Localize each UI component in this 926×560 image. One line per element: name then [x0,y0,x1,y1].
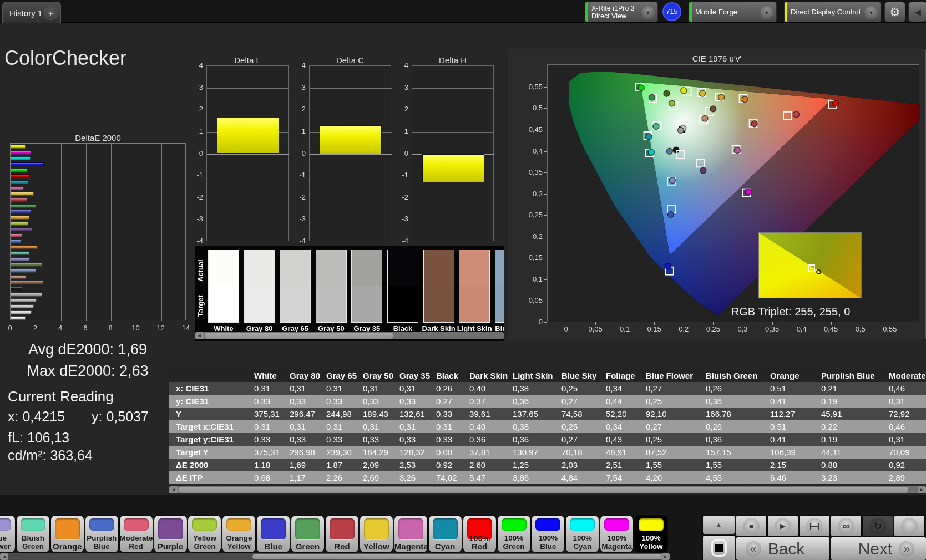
table-scrollbar-thumb[interactable] [179,487,908,493]
scroll-left-icon[interactable]: ◄ [195,332,204,339]
patch-item[interactable]: Red [326,516,358,552]
y-axis-tick-label: 1 [188,127,203,135]
table-cell: 0,31 [887,396,926,406]
patch-item[interactable]: 100%Yellow [635,516,667,552]
gridline [412,220,494,220]
table-cell: 0,68 [252,473,288,482]
table-cell: 37,81 [468,447,511,457]
swatch-actual-half [352,250,382,286]
patch-item[interactable]: Purple [154,516,187,552]
scroll-left-icon[interactable]: ◄ [169,486,178,493]
scroll-right-icon[interactable]: ► [661,553,670,560]
settings-button[interactable]: ⚙ [884,2,905,22]
swatch-scrollbar-thumb[interactable] [205,333,393,339]
meter-dropdown[interactable]: X-Rite i1Pro 3 Direct View ▼ [585,2,658,22]
next-button[interactable]: Next » [831,537,926,560]
patch-scrollbar[interactable]: ◄ ► [0,553,670,560]
y-axis-tick-label: 4 [290,61,306,69]
deltae-bar [11,304,34,308]
stop-button[interactable]: ■ [736,516,766,536]
infinity-icon: ∞ [842,520,850,532]
patch-item[interactable]: Magenta [394,516,427,552]
swatch-scrollbar[interactable]: ◄ [195,332,504,339]
table-scrollbar[interactable]: ◄ ► [169,486,926,493]
add-tab-button[interactable]: + [44,6,58,20]
patch-item[interactable]: BluishGreen [17,516,49,552]
color-swatch [280,250,311,323]
patch-label: 100%Blue [532,534,564,551]
chevron-down-icon[interactable]: ▼ [760,6,773,19]
table-cell: 0,43 [604,435,644,444]
gridline [310,110,392,110]
patch-label: 100%Yellow [635,534,667,551]
continuous-read-button[interactable]: ∞ [831,516,861,536]
patch-item[interactable]: Green [291,516,324,552]
cie-y-tick [544,322,547,323]
patch-item[interactable]: 100%Cyan [566,516,599,552]
loop-button-active[interactable]: ↻ [863,516,893,536]
delta-ch-plot-area [412,65,494,241]
display-control-dropdown[interactable]: Direct Display Control ▼ [784,2,881,22]
row-label: x: CIE31 [169,384,252,393]
gridline [310,198,392,198]
patch-item[interactable]: Orange [51,516,84,552]
patch-item[interactable]: YellowGreen [188,516,221,552]
patch-swatch [364,518,389,539]
patch-scrollbar-thumb[interactable] [252,554,662,559]
table-cell: 0,36 [468,435,511,444]
table-cell: Gray 80 [288,371,325,380]
patch-item[interactable]: 100%Magenta [600,516,633,552]
scroll-left-icon[interactable]: ◄ [0,553,8,560]
table-cell: 74,58 [560,409,604,419]
source-dropdown[interactable]: Mobile Forge ▼ [689,2,777,22]
measured-marker [667,211,674,217]
y-axis-tick-label: 3 [188,83,203,91]
measured-marker [700,167,706,174]
scroll-right-icon[interactable]: ► [918,486,926,493]
patch-item[interactable]: 100%Blue [532,516,564,552]
chevron-down-icon[interactable]: ▼ [864,6,878,19]
patch-item[interactable]: OrangeYellow [222,516,255,552]
patch-item[interactable]: BlueFlower [0,516,15,552]
record-button[interactable] [894,516,924,536]
patch-item[interactable]: Yellow [360,516,393,552]
gridline [310,154,392,155]
x-axis-tick-label: 14 [181,324,190,332]
patch-item[interactable]: Blue [257,516,290,552]
back-button[interactable]: « Back [736,537,829,560]
deltae-bar [11,298,37,302]
row-label: ΔE ITP [169,473,252,482]
patch-label: Purple [154,542,187,551]
patch-item[interactable]: 100% Red [463,516,496,552]
chevron-down-icon[interactable]: ▼ [641,6,655,19]
patch-item[interactable]: PurplishBlue [85,516,118,552]
measured-marker [646,134,652,140]
measurement-table: WhiteGray 80Gray 65Gray 50Gray 35BlackDa… [169,369,926,484]
patch-item[interactable]: Cyan [429,516,462,552]
table-cell: Purplish Blue [819,371,887,380]
pattern-window-button[interactable] [703,536,735,560]
swatch-target-half [352,286,382,322]
patch-item[interactable]: ModerateRed [120,516,153,552]
swatch-label: Blue Sky [491,324,504,333]
table-cell: 0,33 [252,435,288,444]
patch-item[interactable]: 100%Green [498,516,530,552]
collapse-panel-button[interactable]: ◀ [908,2,926,22]
table-cell: 0,46 [887,384,926,393]
table-cell: 0,36 [704,435,768,444]
pattern-up-button[interactable]: ▲ [703,516,735,534]
play-button[interactable]: ▶ [768,516,798,536]
up-triangle-icon: ▲ [715,521,722,529]
delta-ch-title: Delta C [309,55,391,65]
history-tab[interactable]: History 1 + [2,2,61,23]
meter-count-badge[interactable]: 715 [662,2,681,21]
y-axis-tick-label: 3 [393,83,408,91]
swatch-actual-half [280,250,310,286]
history-tab-label: History 1 [9,8,42,18]
table-cell: 48,91 [604,447,644,457]
table-cell: 92,10 [644,409,704,419]
table-cell: Blue Sky [560,371,604,380]
table-cell: 0,33 [361,396,398,406]
patch-swatch [433,518,458,539]
pattern-size-button[interactable] [800,516,829,536]
